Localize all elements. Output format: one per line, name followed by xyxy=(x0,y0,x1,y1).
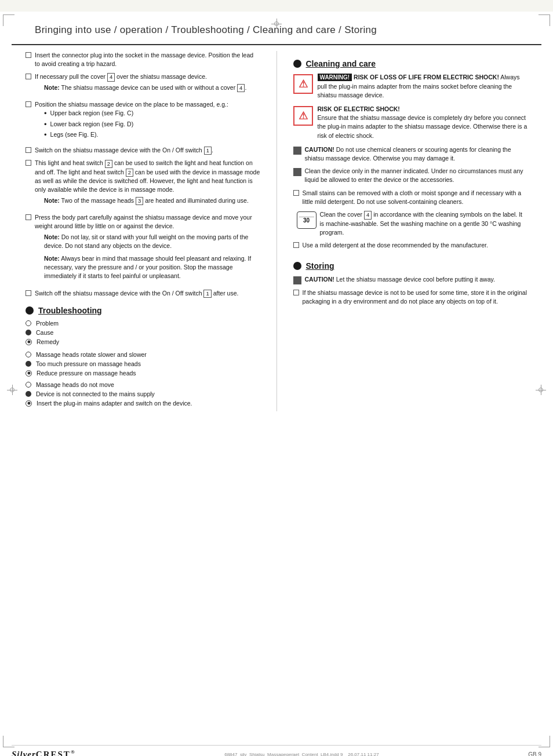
troubleshooting-title: Troubleshooting xyxy=(38,306,102,315)
trouble-group-2: Massage heads do not move Device is not … xyxy=(26,381,260,407)
checkbox-1 xyxy=(26,52,31,58)
trouble-2-cause: Device is not connected to the mains sup… xyxy=(26,390,260,397)
note-6a: Note: Do not lay, sit or stand with your… xyxy=(44,233,260,250)
cleaning-header: Cleaning and care xyxy=(293,59,528,68)
warning-icon-2: ⚠ xyxy=(293,106,313,126)
warning-icon-1: ⚠ xyxy=(293,74,313,94)
ref-box-3: 3 xyxy=(136,197,143,205)
column-divider xyxy=(276,51,277,411)
corner-mark-tl xyxy=(3,14,14,26)
storing-caution-bullet xyxy=(293,276,301,284)
ref-box-1b: 1 xyxy=(203,290,211,298)
legend-icon-remedy xyxy=(26,339,32,345)
warning-label-1: WARNING! xyxy=(318,74,352,81)
trouble-1-problem-icon xyxy=(26,352,31,357)
legend-remedy: Remedy xyxy=(26,338,260,345)
mild-detergent-text: Use a mild detergent at the dose recomme… xyxy=(303,241,488,250)
note-5: Note: Two of the massage heads 3 are hea… xyxy=(44,196,260,205)
list-item-2: If necessary pull the cover 4 over the s… xyxy=(26,72,260,96)
ref-box-2a: 2 xyxy=(105,160,112,168)
legend-icon-cause xyxy=(26,330,31,335)
trouble-1-remedy: Reduce pressure on massage heads xyxy=(26,370,260,377)
bullet-dot: • xyxy=(44,120,47,128)
section-bullet-cleaning xyxy=(293,60,301,68)
footer-file: 68847_silv_Shiatsu_Massagegeraet_Content… xyxy=(224,752,379,756)
note-2: Note: The shiatsu massage device can be … xyxy=(44,83,246,92)
footer: SilverCrest® 68847_silv_Shiatsu_Massageg… xyxy=(12,745,541,756)
checkbox-2 xyxy=(26,74,31,79)
ref-box-4c: 4 xyxy=(364,211,372,219)
note-6b: Note: Always bear in mind that massage s… xyxy=(44,254,260,281)
washer-symbol: 30 xyxy=(297,211,316,229)
bullet-dot: • xyxy=(44,131,47,138)
warning-triangle-2: ⚠ xyxy=(299,109,308,122)
ref-box-1a: 1 xyxy=(204,147,212,155)
clean-cover-text: Clean the cover xyxy=(320,211,363,218)
corner-mark-tr xyxy=(539,14,550,26)
left-column: Insert the connector plug into the socke… xyxy=(26,51,265,411)
troubleshooting-legend: Problem Cause Remedy xyxy=(26,320,260,345)
sub-item-3-2: • Lower back region (see Fig. D) xyxy=(44,120,228,129)
list-item-6-text: Press the body part carefully against th… xyxy=(35,213,260,285)
checkbox-4 xyxy=(26,147,31,153)
storing-item-1-text: If the shiatsu massage device is not to … xyxy=(303,288,528,306)
caution-label-1: CAUTION! xyxy=(305,146,334,153)
trouble-2-problem-icon xyxy=(26,382,31,388)
warning-block-1: ⚠ WARNING! RISK OF LOSS OF LIFE FROM ELE… xyxy=(293,73,528,100)
brand-name-2: Crest xyxy=(36,750,71,756)
storing-caution-label: CAUTION! xyxy=(305,276,334,283)
warning-text-2: RISK OF ELECTRIC SHOCK! Ensure that the … xyxy=(318,105,528,140)
small-stains-item: Small stains can be removed with a cloth… xyxy=(293,189,528,206)
checkbox-7 xyxy=(26,290,31,296)
sub-item-3-1: • Upper back region (see Fig. C) xyxy=(44,109,228,118)
wash-cover-text: Clean the cover 4 in accordance with the… xyxy=(320,210,528,237)
checkbox-5 xyxy=(26,160,31,166)
clean-device-item: Clean the device only in the manner indi… xyxy=(293,167,528,184)
trouble-1-remedy-icon xyxy=(26,370,32,377)
warning-title-2: RISK OF ELECTRIC SHOCK! xyxy=(318,105,400,112)
list-item-1: Insert the connector plug into the socke… xyxy=(26,51,260,68)
caution-item-1: CAUTION! Do not use chemical cleaners or… xyxy=(293,145,528,163)
list-item-1-text: Insert the connector plug into the socke… xyxy=(35,51,260,68)
trouble-1-cause: Too much pressure on massage heads xyxy=(26,360,260,367)
ref-box-4a: 4 xyxy=(107,73,115,81)
warning-title-1: RISK OF LOSS OF LIFE FROM ELECTRIC SHOCK… xyxy=(354,74,499,81)
legend-problem: Problem xyxy=(26,320,260,327)
checkbox-storing-1 xyxy=(293,290,299,295)
checkbox-3 xyxy=(26,101,31,107)
wash-cover-content: 30 Clean the cover 4 in accordance with … xyxy=(297,210,528,237)
list-item-2-text: If necessary pull the cover 4 over the s… xyxy=(35,72,246,96)
storing-header: Storing xyxy=(293,261,528,271)
list-item-5: This light and heat switch 2 can be used… xyxy=(26,159,260,209)
cleaning-title: Cleaning and care xyxy=(306,59,376,68)
caution-text-1: CAUTION! Do not use chemical cleaners or… xyxy=(305,145,528,163)
trouble-group-1: Massage heads rotate slower and slower T… xyxy=(26,351,260,377)
sub-list-3: • Upper back region (see Fig. C) • Lower… xyxy=(44,109,228,139)
wash-cover-item: 30 Clean the cover 4 in accordance with … xyxy=(293,210,528,237)
target-top xyxy=(271,19,282,29)
storing-item-1: If the shiatsu massage device is not to … xyxy=(293,288,528,306)
checkbox-6 xyxy=(26,214,31,220)
checkbox-detergent xyxy=(293,242,299,248)
small-stains-text: Small stains can be removed with a cloth… xyxy=(303,189,528,206)
legend-icon-problem xyxy=(26,320,31,326)
trouble-2-problem: Massage heads do not move xyxy=(26,381,260,388)
list-item-7: Switch off the shiatsu massage device wi… xyxy=(26,289,260,298)
target-left xyxy=(7,385,17,395)
ref-box-2b: 2 xyxy=(126,169,133,177)
footer-brand: SilverCrest® xyxy=(12,749,75,756)
list-item-7-text: Switch off the shiatsu massage device wi… xyxy=(35,289,238,298)
troubleshooting-header: Troubleshooting xyxy=(26,306,260,315)
footer-page: GB 9 xyxy=(528,751,541,756)
right-column: Cleaning and care ⚠ WARNING! RISK OF LOS… xyxy=(289,51,528,411)
sub-item-3-3: • Legs (see Fig. E). xyxy=(44,130,228,139)
list-item-6: Press the body part carefully against th… xyxy=(26,213,260,285)
trouble-2-remedy: Insert the plug-in mains adapter and swi… xyxy=(26,400,260,407)
storing-caution-text: CAUTION! Let the shiatsu massage device … xyxy=(305,275,495,284)
list-item-4-text: Switch on the shiatsu massage device wit… xyxy=(35,146,213,155)
washer-temp: 30 xyxy=(303,217,310,224)
ref-box-4b: 4 xyxy=(237,84,245,92)
page: Bringing into use / operation / Troubles… xyxy=(0,12,553,756)
section-bullet-troubleshooting xyxy=(26,306,34,315)
warning-triangle-1: ⚠ xyxy=(299,78,308,90)
